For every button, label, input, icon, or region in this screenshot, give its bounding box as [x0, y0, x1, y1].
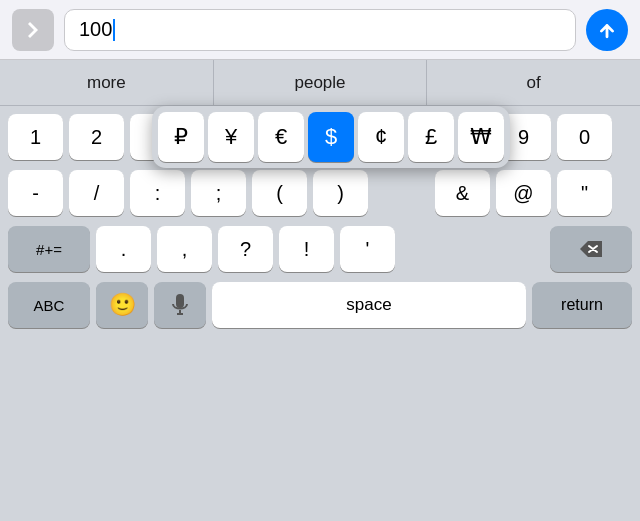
- cursor: [113, 19, 115, 41]
- key-1[interactable]: 1: [8, 114, 63, 160]
- key-euro[interactable]: €: [258, 112, 304, 162]
- key-question[interactable]: ?: [218, 226, 273, 272]
- key-pound[interactable]: £: [408, 112, 454, 162]
- key-apostrophe[interactable]: ': [340, 226, 395, 272]
- keyboard: 1 2 3 7 8 9 0 ₽ ¥ € $ ¢ £ ₩ - / : ; ( ): [0, 106, 640, 332]
- svg-rect-0: [176, 294, 184, 308]
- key-space[interactable]: space: [212, 282, 526, 328]
- key-colon[interactable]: :: [130, 170, 185, 216]
- key-emoji[interactable]: 🙂: [96, 282, 148, 328]
- key-comma[interactable]: ,: [157, 226, 212, 272]
- key-2[interactable]: 2: [69, 114, 124, 160]
- key-hashtag[interactable]: #+=: [8, 226, 90, 272]
- key-ruble[interactable]: ₽: [158, 112, 204, 162]
- key-period[interactable]: .: [96, 226, 151, 272]
- key-minus[interactable]: -: [8, 170, 63, 216]
- nav-button[interactable]: [12, 9, 54, 51]
- key-cent[interactable]: ¢: [358, 112, 404, 162]
- predictive-bar: more people of: [0, 60, 640, 106]
- predictive-people[interactable]: people: [214, 60, 428, 105]
- key-0[interactable]: 0: [557, 114, 612, 160]
- key-dollar[interactable]: $: [308, 112, 354, 162]
- key-ampersand[interactable]: &: [435, 170, 490, 216]
- top-bar: 100: [0, 0, 640, 60]
- backspace-icon: [580, 241, 602, 257]
- numbers-row-container: 1 2 3 7 8 9 0 ₽ ¥ € $ ¢ £ ₩: [4, 114, 636, 160]
- symbols-row-2: #+= . , ? ! ': [4, 226, 636, 272]
- key-slash[interactable]: /: [69, 170, 124, 216]
- key-mic[interactable]: [154, 282, 206, 328]
- key-abc[interactable]: ABC: [8, 282, 90, 328]
- input-text: 100: [79, 18, 112, 41]
- key-at[interactable]: @: [496, 170, 551, 216]
- bottom-row: ABC 🙂 space return: [4, 282, 636, 328]
- gap-placeholder: [374, 170, 429, 216]
- spacer: [401, 226, 544, 272]
- currency-popup: ₽ ¥ € $ ¢ £ ₩: [152, 106, 510, 168]
- search-input[interactable]: 100: [64, 9, 576, 51]
- submit-button[interactable]: [586, 9, 628, 51]
- key-won[interactable]: ₩: [458, 112, 504, 162]
- key-exclaim[interactable]: !: [279, 226, 334, 272]
- key-yen[interactable]: ¥: [208, 112, 254, 162]
- backspace-key[interactable]: [550, 226, 632, 272]
- predictive-of[interactable]: of: [427, 60, 640, 105]
- key-lparen[interactable]: (: [252, 170, 307, 216]
- key-quote[interactable]: ": [557, 170, 612, 216]
- key-rparen[interactable]: ): [313, 170, 368, 216]
- key-return[interactable]: return: [532, 282, 632, 328]
- key-semicolon[interactable]: ;: [191, 170, 246, 216]
- symbols-row-1: - / : ; ( ) & @ ": [4, 170, 636, 216]
- mic-icon: [172, 294, 188, 316]
- predictive-more[interactable]: more: [0, 60, 214, 105]
